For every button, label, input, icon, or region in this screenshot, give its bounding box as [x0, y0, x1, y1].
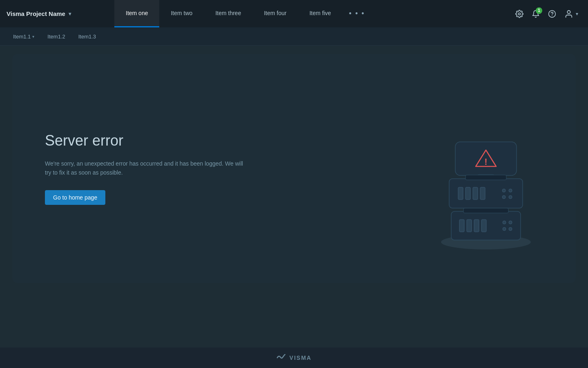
svg-text:!: !	[484, 157, 487, 167]
brand-name: Visma Project Name	[7, 10, 65, 17]
svg-point-13	[509, 227, 512, 231]
svg-point-0	[519, 13, 521, 15]
svg-rect-28	[463, 208, 508, 213]
svg-rect-15	[458, 187, 463, 200]
sub-navigation: Item1.1 ▾ Item1.2 Item1.3	[0, 27, 588, 46]
svg-rect-17	[473, 187, 478, 200]
sub-nav-chevron-icon: ▾	[32, 34, 34, 39]
svg-point-21	[502, 195, 506, 199]
error-card: Server error We're sorry, an unexpected …	[12, 54, 576, 283]
server-error-svg: !	[429, 91, 543, 254]
brand-logo[interactable]: Visma Project Name ▾	[0, 0, 114, 27]
gear-icon	[515, 10, 523, 18]
footer: VISMA	[0, 348, 588, 368]
help-button[interactable]	[545, 7, 559, 21]
nav-item-five[interactable]: Item five	[298, 0, 343, 27]
user-chevron-icon: ▾	[576, 11, 578, 17]
server-illustration: !	[429, 91, 543, 246]
svg-point-11	[509, 221, 512, 224]
help-icon	[548, 10, 556, 18]
visma-logo-icon	[276, 354, 285, 361]
top-navigation: Visma Project Name ▾ Item one Item two I…	[0, 0, 588, 27]
user-button[interactable]: ▾	[561, 9, 581, 18]
main-content: Server error We're sorry, an unexpected …	[0, 46, 588, 348]
svg-point-20	[509, 189, 512, 192]
go-home-button[interactable]: Go to home page	[45, 190, 105, 205]
svg-rect-27	[466, 175, 506, 180]
sub-nav-item-1-2[interactable]: Item1.2	[42, 31, 70, 42]
svg-point-10	[503, 221, 506, 224]
error-description: We're sorry, an unexpected error has occ…	[45, 159, 249, 177]
visma-logo: VISMA	[276, 354, 312, 361]
svg-rect-6	[459, 220, 464, 232]
svg-point-19	[502, 189, 506, 192]
notifications-button[interactable]: 1	[528, 7, 543, 21]
nav-right-icons: 1 ▾	[506, 0, 588, 27]
notification-badge: 1	[536, 7, 542, 14]
nav-item-three[interactable]: Item three	[204, 0, 252, 27]
svg-rect-7	[467, 220, 472, 232]
svg-rect-9	[481, 220, 486, 232]
svg-rect-16	[466, 187, 470, 200]
brand-chevron-icon: ▾	[69, 11, 71, 17]
visma-logo-text: VISMA	[290, 355, 312, 361]
nav-item-one[interactable]: Item one	[114, 0, 159, 27]
nav-item-two[interactable]: Item two	[159, 0, 204, 27]
nav-more-button[interactable]: • • •	[343, 0, 372, 27]
svg-point-12	[503, 227, 506, 231]
svg-point-3	[567, 10, 570, 13]
user-icon	[564, 9, 573, 18]
svg-rect-8	[474, 220, 479, 232]
nav-items: Item one Item two Item three Item four I…	[114, 0, 506, 27]
sub-nav-item-1-1[interactable]: Item1.1 ▾	[8, 31, 39, 42]
settings-button[interactable]	[512, 7, 527, 21]
error-title: Server error	[45, 132, 249, 149]
svg-point-22	[509, 195, 512, 199]
svg-rect-18	[480, 187, 485, 200]
sub-nav-item-1-3[interactable]: Item1.3	[74, 31, 101, 42]
error-text-section: Server error We're sorry, an unexpected …	[45, 132, 249, 205]
nav-item-four[interactable]: Item four	[252, 0, 298, 27]
